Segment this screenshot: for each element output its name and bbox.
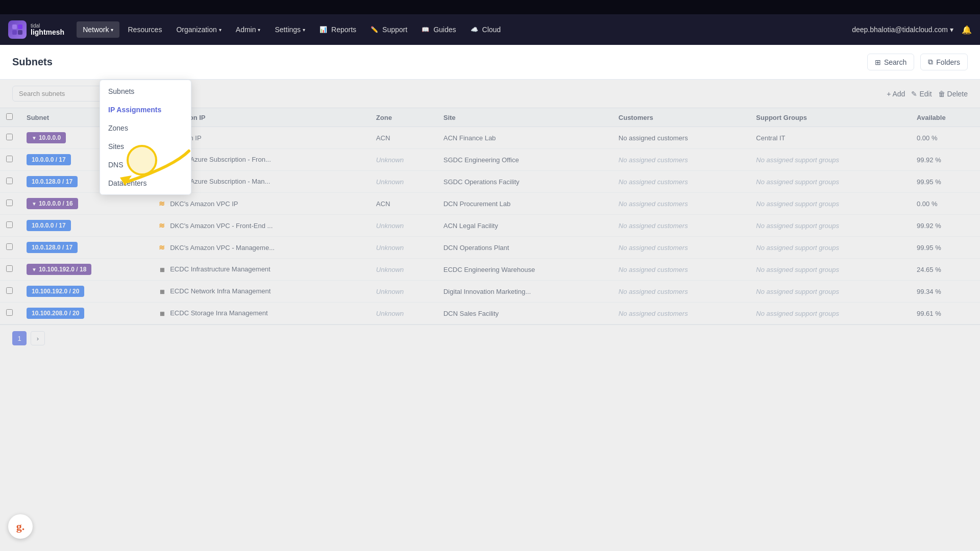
aws-icon: ≋	[157, 220, 167, 231]
nav-reports[interactable]: 📊 Reports	[313, 21, 362, 38]
customers-value: No assigned customers	[619, 222, 688, 230]
logo[interactable]: tidal lightmesh	[8, 20, 64, 39]
edit-icon: ✎	[911, 90, 917, 98]
row-checkbox[interactable]	[6, 156, 13, 162]
available-value: 0.00 %	[917, 200, 937, 208]
nav-admin[interactable]: Admin ▾	[230, 21, 267, 38]
available-value: 24.65 %	[917, 266, 941, 273]
subheader: Subnets ⊞ ⊞ Search Search ⧉ Folders	[0, 45, 980, 80]
dropdown-dns[interactable]: DNS	[100, 156, 191, 174]
search-button[interactable]: ⊞ ⊞ Search Search	[867, 54, 914, 70]
dropdown-datacenters[interactable]: Datacenters	[100, 174, 191, 192]
row-checkbox[interactable]	[6, 265, 13, 272]
row-checkbox[interactable]	[6, 243, 13, 250]
folders-button[interactable]: ⧉ Folders	[920, 54, 968, 70]
cloud-icon: ☁️	[471, 26, 478, 33]
grammarly-button[interactable]: g.	[8, 514, 33, 539]
edit-button[interactable]: ✎ Edit	[911, 90, 932, 98]
dropdown-subnets[interactable]: Subnets	[100, 82, 191, 101]
row-checkbox[interactable]	[6, 221, 13, 228]
grid-icon: ⊞	[875, 58, 881, 66]
chevron-down-icon: ▾	[258, 27, 260, 33]
site-value: ACN Finance Lab	[444, 134, 496, 142]
nav-support[interactable]: ✏️ Support	[364, 21, 413, 38]
subnet-badge: ▼10.100.192.0 / 18	[27, 264, 91, 275]
page-next-button[interactable]: ›	[31, 331, 45, 345]
dc-icon: ▦	[157, 286, 167, 296]
site-value: DCN Operations Plant	[444, 244, 509, 252]
support-groups-value: No assigned support groups	[756, 244, 839, 252]
delete-button[interactable]: 🗑 Delete	[938, 90, 968, 98]
subscription-name: DKC's Amazon VPC - Manageme...	[170, 244, 275, 252]
zone-value: Unknown	[376, 222, 404, 230]
main-content: ▼ Advanced Filter + Add ✎ Edit 🗑 Delete	[0, 80, 980, 551]
pencil-icon: ✏️	[371, 26, 378, 33]
checkbox-all-col[interactable]	[0, 108, 20, 127]
row-checkbox[interactable]	[6, 287, 13, 294]
aws-icon: ≋	[157, 198, 167, 209]
support-groups-value: No assigned support groups	[756, 156, 839, 164]
subnet-badge: 10.0.0.0 / 17	[27, 154, 71, 165]
row-checkbox[interactable]	[6, 178, 13, 184]
nav-network[interactable]: Network ▾	[77, 21, 119, 38]
support-groups-value: No assigned support groups	[756, 200, 839, 208]
main-nav: Network ▾ Resources Organization ▾ Admin…	[77, 21, 852, 38]
dropdown-zones[interactable]: Zones	[100, 119, 191, 137]
col-support: Support Groups	[750, 108, 911, 127]
search-input[interactable]	[12, 86, 114, 102]
available-value: 99.92 %	[917, 222, 941, 230]
collapse-button[interactable]: ▼	[32, 267, 37, 272]
support-groups-value: No assigned support groups	[756, 310, 839, 317]
zone-value: Unknown	[376, 288, 404, 295]
table-row: 10.0.128.0 / 17≋DKC's Amazon VPC - Manag…	[0, 237, 980, 259]
nav-resources[interactable]: Resources	[121, 21, 168, 38]
page-1-button[interactable]: 1	[12, 331, 27, 345]
row-checkbox[interactable]	[6, 199, 13, 206]
filter-actions: + Add ✎ Edit 🗑 Delete	[887, 90, 968, 98]
pagination: 1 ›	[0, 324, 980, 352]
nav-bar: tidal lightmesh Network ▾ Resources Orga…	[0, 14, 980, 45]
select-all-checkbox[interactable]	[6, 113, 13, 120]
svg-rect-0	[12, 24, 17, 29]
notification-bell[interactable]: 🔔	[962, 25, 972, 35]
available-value: 0.00 %	[917, 134, 937, 142]
dropdown-sites[interactable]: Sites	[100, 137, 191, 156]
row-checkbox[interactable]	[6, 134, 13, 140]
add-button[interactable]: + Add	[887, 90, 905, 98]
user-menu[interactable]: deep.bhalotia@tidalcloud.com ▾	[852, 26, 953, 34]
customers-value: No assigned customers	[619, 200, 688, 208]
nav-cloud[interactable]: ☁️ Cloud	[464, 21, 507, 38]
subscription-name: DKC's Amazon VPC IP	[170, 200, 238, 208]
table-row: 10.100.208.0 / 20▦ECDC Storage Inra Mana…	[0, 303, 980, 324]
zone-value: Unknown	[376, 266, 404, 273]
book-icon: 📖	[422, 26, 429, 33]
support-groups-value: No assigned support groups	[756, 222, 839, 230]
site-value: Digital Innovation Marketing...	[444, 288, 531, 295]
available-value: 99.95 %	[917, 178, 941, 186]
dropdown-ip-assignments[interactable]: IP Assignments	[100, 101, 191, 119]
nav-organization[interactable]: Organization ▾	[170, 21, 227, 38]
site-value: ECDC Engineering Warehouse	[444, 266, 535, 273]
subnet-badge: 10.0.128.0 / 17	[27, 176, 78, 187]
row-checkbox[interactable]	[6, 309, 13, 316]
customers-value: No assigned customers	[619, 156, 688, 164]
nav-guides[interactable]: 📖 Guides	[415, 21, 462, 38]
customers-value: No assigned customers	[619, 134, 688, 142]
chevron-down-icon: ▾	[219, 27, 222, 33]
logo-text: tidal lightmesh	[31, 23, 64, 36]
collapse-button[interactable]: ▼	[32, 135, 37, 141]
table-row: ▼10.100.192.0 / 18▦ECDC Infrastructure M…	[0, 259, 980, 281]
chart-icon: 📊	[320, 26, 327, 33]
collapse-button[interactable]: ▼	[32, 201, 37, 207]
site-value: SGDC Engineering Office	[444, 156, 519, 164]
customers-value: No assigned customers	[619, 244, 688, 252]
support-groups-value: No assigned support groups	[756, 178, 839, 186]
col-zone: Zone	[370, 108, 437, 127]
col-customers: Customers	[612, 108, 750, 127]
trash-icon: 🗑	[938, 90, 945, 98]
subscription-name: ECDC Network Infra Management	[170, 287, 271, 295]
table-row: 10.100.192.0 / 20▦ECDC Network Infra Man…	[0, 281, 980, 303]
zone-value: Unknown	[376, 310, 404, 317]
nav-settings[interactable]: Settings ▾	[268, 21, 311, 38]
available-value: 99.92 %	[917, 156, 941, 164]
